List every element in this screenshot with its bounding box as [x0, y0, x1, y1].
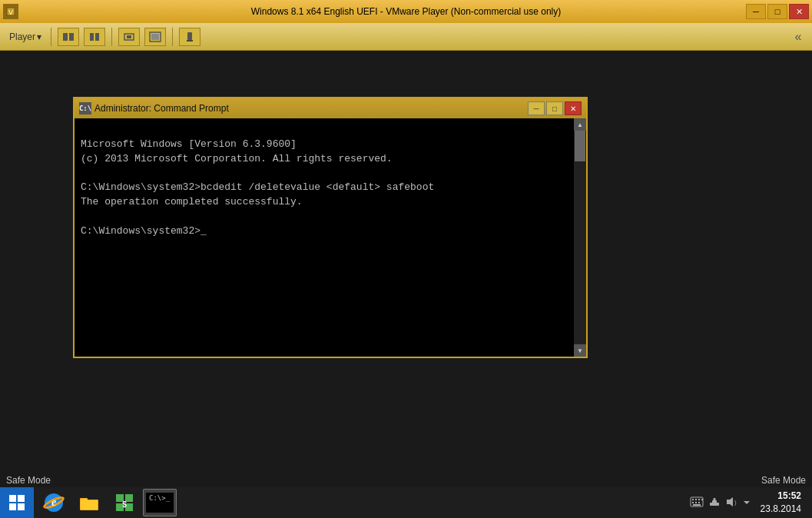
toolbar-separator-3: [172, 28, 173, 46]
svg-text:V: V: [8, 8, 13, 16]
fit-guest-icon: [123, 32, 135, 42]
vmware-close-button[interactable]: ✕: [789, 4, 809, 19]
vmware-restore-button[interactable]: □: [767, 4, 787, 19]
cmd-minimize-button[interactable]: ─: [528, 101, 545, 115]
svg-rect-2: [63, 33, 68, 41]
cmd-scrollbar[interactable]: ▲ ▼: [574, 118, 586, 357]
file-explorer-icon: [78, 493, 100, 512]
svg-rect-7: [127, 35, 131, 38]
toolbar-icon-2: [88, 32, 101, 42]
system-clock[interactable]: 15:52 23.8.2014: [756, 490, 806, 516]
player-dropdown-arrow: ▾: [37, 32, 41, 42]
svg-text:$: $: [122, 500, 127, 509]
cmd-content-area[interactable]: Microsoft Windows [Version 6.3.9600] (c)…: [75, 118, 586, 357]
cmd-line-7: C:\Windows\system32>_: [81, 225, 207, 237]
toolbar-btn-5[interactable]: [179, 28, 201, 46]
svg-text:X: X: [713, 502, 716, 506]
svg-marker-34: [727, 497, 733, 506]
svg-rect-29: [693, 504, 701, 506]
taskbar-cmd-button[interactable]: C:\>_: [143, 489, 177, 516]
taskbar-store-button[interactable]: $: [108, 489, 141, 516]
cmd-window-controls: ─ □ ✕: [526, 101, 582, 115]
toolbar-collapse-button[interactable]: «: [790, 29, 806, 45]
toolbar-btn-2[interactable]: [84, 28, 105, 46]
taskbar: e $ C:\>_: [0, 487, 812, 518]
cmd-line-5: The operation completed successfully.: [81, 196, 303, 208]
toolbar-btn-3[interactable]: [118, 28, 140, 46]
svg-rect-28: [698, 502, 700, 503]
cmd-title-text: Administrator: Command Prompt: [94, 103, 229, 114]
cmd-titlebar: C:\ Administrator: Command Prompt ─ □ ✕: [75, 98, 586, 118]
store-icon: $: [114, 493, 134, 513]
vmware-title-icon: V: [3, 4, 18, 19]
vmware-logo-icon: V: [5, 6, 16, 17]
vmware-titlebar: V Windows 8.1 x64 English UEFI - VMware …: [0, 0, 812, 23]
scroll-up-arrow[interactable]: ▲: [574, 118, 586, 131]
cmd-restore-button[interactable]: □: [546, 101, 563, 115]
svg-marker-36: [744, 501, 750, 504]
svg-rect-4: [90, 33, 94, 41]
scroll-track[interactable]: [574, 131, 586, 344]
svg-rect-3: [69, 33, 74, 41]
logo-square-tr: [18, 495, 25, 502]
cmd-line-1: Microsoft Windows [Version 6.3.9600]: [81, 138, 297, 150]
toolbar-btn-1[interactable]: [58, 28, 79, 46]
logo-square-bl: [9, 503, 16, 510]
cmd-window: C:\ Administrator: Command Prompt ─ □ ✕ …: [73, 97, 588, 358]
svg-rect-32: [713, 498, 715, 501]
cmd-text-output: Microsoft Windows [Version 6.3.9600] (c)…: [75, 118, 574, 357]
safe-mode-label-right: Safe Mode: [761, 475, 806, 486]
svg-text:): ): [734, 499, 737, 506]
logo-square-tl: [9, 495, 16, 502]
vmware-window-controls: ─ □ ✕: [746, 4, 809, 19]
svg-rect-15: [81, 499, 88, 502]
cmd-taskbar-icon: C:\>_: [146, 493, 174, 513]
system-tray: X ) 15:52 23.8.2014: [684, 490, 812, 516]
taskbar-apps: e $ C:\>_: [34, 489, 684, 516]
taskbar-ie-button[interactable]: e: [37, 489, 71, 516]
svg-rect-10: [187, 32, 192, 40]
windows-logo-icon: [9, 495, 25, 510]
svg-rect-25: [701, 499, 703, 500]
toolbar-btn-4[interactable]: [144, 28, 166, 46]
start-button[interactable]: [0, 487, 34, 518]
vmware-window-title: Windows 8.1 x64 English UEFI - VMware Pl…: [251, 6, 561, 17]
vm-display-area: C:\ Administrator: Command Prompt ─ □ ✕ …: [0, 51, 812, 487]
svg-rect-24: [698, 499, 700, 500]
scroll-down-arrow[interactable]: ▼: [574, 344, 586, 357]
cmd-line-4: C:\Windows\system32>bcdedit /deletevalue…: [81, 181, 434, 193]
clock-date: 23.8.2014: [761, 503, 801, 516]
toolbar-separator-1: [51, 28, 51, 46]
logo-square-br: [18, 503, 25, 510]
cmd-line-2: (c) 2013 Microsoft Corporation. All righ…: [81, 153, 393, 164]
svg-rect-11: [187, 40, 193, 42]
vmware-minimize-button[interactable]: ─: [746, 4, 766, 19]
volume-icon[interactable]: ): [725, 496, 737, 510]
usb-icon: [184, 32, 196, 42]
safe-mode-label-left: Safe Mode: [6, 475, 51, 486]
network-icon[interactable]: X: [708, 496, 721, 510]
scroll-thumb[interactable]: [575, 131, 585, 161]
svg-rect-9: [151, 34, 159, 40]
keyboard-icon[interactable]: [690, 496, 704, 510]
player-menu[interactable]: Player ▾: [6, 30, 45, 44]
clock-time: 15:52: [761, 490, 801, 503]
fullscreen-icon: [149, 32, 161, 42]
vmware-toolbar: Player ▾ «: [0, 23, 812, 51]
svg-rect-27: [695, 502, 697, 503]
ie-icon: e: [45, 493, 63, 512]
svg-rect-22: [692, 499, 694, 500]
svg-rect-26: [692, 502, 694, 503]
cmd-title-left: C:\ Administrator: Command Prompt: [79, 102, 229, 115]
toolbar-icon-1: [62, 32, 75, 42]
player-label: Player: [9, 32, 35, 42]
cmd-window-icon: C:\: [79, 102, 91, 115]
cmd-close-button[interactable]: ✕: [565, 101, 582, 115]
taskbar-file-explorer-button[interactable]: [72, 489, 106, 516]
toolbar-separator-2: [111, 28, 112, 46]
svg-rect-23: [695, 499, 697, 500]
svg-rect-5: [95, 33, 99, 41]
tray-overflow-icon[interactable]: [742, 496, 751, 510]
